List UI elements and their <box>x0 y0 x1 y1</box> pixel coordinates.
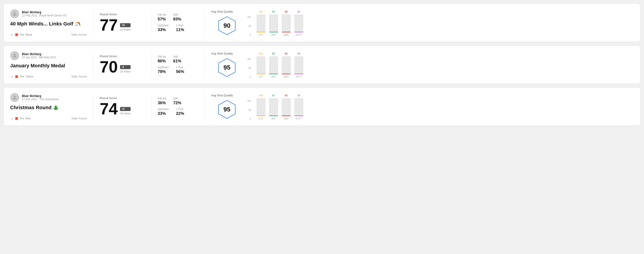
hexagon: 90 <box>217 15 237 36</box>
stat-one-putt: 1 Putt 22% <box>176 108 184 116</box>
quality-label: Avg Shot Quality <box>211 52 233 55</box>
score-number: 70 <box>100 59 118 75</box>
gir-label: GIR <box>173 97 181 100</box>
hexagon-container: 95 <box>217 99 237 120</box>
score-number: 74 <box>100 101 118 117</box>
section-stats: FW Hit 36% GIR 72% Up/Down 33% 1 Putt 22… <box>158 93 198 120</box>
section-score: Round Score 74 +2 18 Holes <box>100 93 145 120</box>
chart-col-app: 86 APP <box>269 52 278 78</box>
chart-col-app: 87 APP <box>269 94 278 120</box>
score-badge-col: -2 18 Holes <box>120 65 130 75</box>
score-row: 77 +5 18 Holes <box>100 17 145 33</box>
round-score-label: Round Score <box>100 96 145 100</box>
user-name: Blair McHarg <box>22 10 67 14</box>
stat-updown: Up/Down 78% <box>158 66 169 74</box>
data-source: Data: Arccos <box>72 33 87 36</box>
holes-label: 18 Holes <box>120 112 130 115</box>
stats-row-top: FW Hit 86% GIR 61% <box>158 55 198 64</box>
section-score: Round Score 70 -2 18 Holes <box>100 51 145 78</box>
updown-value: 33% <box>158 27 169 32</box>
fw-hit-label: FW Hit <box>158 97 166 100</box>
quality-score: 95 <box>223 106 230 113</box>
divider-1 <box>93 51 94 78</box>
round-score-label: Round Score <box>100 54 145 58</box>
score-badge-col: +5 18 Holes <box>120 23 130 33</box>
stat-one-putt: 1 Putt 11% <box>176 24 184 32</box>
section-left: Blair McHarg 27 Dec 2021 · The Oxfordshi… <box>10 93 87 120</box>
holes-label: 18 Holes <box>120 70 130 73</box>
fw-hit-value: 86% <box>158 59 166 64</box>
stat-gir: GIR 83% <box>173 13 181 22</box>
chart-col-ott: 110 OTT <box>256 94 266 120</box>
user-info: Blair McHarg 29 Jan 2022 · Mill Ride GCC <box>10 51 87 60</box>
section-left: Blair McHarg 12 Feb 2022 · Royal North D… <box>10 9 87 36</box>
round-card-1: Blair McHarg 12 Feb 2022 · Royal North D… <box>4 3 640 42</box>
fw-hit-value: 57% <box>158 17 166 22</box>
section-left: Blair McHarg 29 Jan 2022 · Mill Ride GCC… <box>10 51 87 78</box>
stat-gir: GIR 72% <box>173 97 181 105</box>
section-stats: FW Hit 86% GIR 61% Up/Down 78% 1 Putt 56… <box>158 51 198 78</box>
chart-y-axis: 100 50 0 <box>247 16 251 36</box>
divider-3 <box>204 51 205 78</box>
user-date-course: 12 Feb 2022 · Royal North Devon GC <box>22 14 67 17</box>
hexagon: 95 <box>217 57 237 78</box>
stat-updown: Up/Down 33% <box>158 24 169 32</box>
weather-icon: ☁️ <box>10 33 14 36</box>
user-info: Blair McHarg 12 Feb 2022 · Royal North D… <box>10 9 87 18</box>
tee-left: ☁️ 🎒 Tee: Yellow <box>10 75 33 78</box>
stats-row-top: FW Hit 36% GIR 72% <box>158 97 198 105</box>
section-chart: 100 50 0 107 OTT 95 APP 98 ARG <box>243 9 634 36</box>
updown-label: Up/Down <box>158 108 169 111</box>
stats-row-bottom: Up/Down 78% 1 Putt 56% <box>158 66 198 74</box>
user-details: Blair McHarg 27 Dec 2021 · The Oxfordshi… <box>22 94 59 101</box>
data-source: Data: Arccos <box>72 117 87 120</box>
chart-col-arg: 95 ARG <box>282 94 291 120</box>
divider-1 <box>93 93 94 120</box>
weather-icon: ☁️ <box>10 117 14 120</box>
section-stats: FW Hit 57% GIR 83% Up/Down 33% 1 Putt 11… <box>158 9 198 36</box>
user-info: Blair McHarg 27 Dec 2021 · The Oxfordshi… <box>10 93 87 102</box>
chart-area: 100 50 0 101 OTT 86 APP 96 ARG <box>247 51 634 78</box>
one-putt-label: 1 Putt <box>176 24 184 27</box>
hexagon-container: 90 <box>217 15 237 36</box>
round-title: 40 Mph Winds... Links Golf 🪃 <box>10 21 87 27</box>
gir-value: 61% <box>173 59 181 64</box>
score-number: 77 <box>100 17 118 33</box>
section-quality: Avg Shot Quality 90 <box>211 9 243 36</box>
score-badge: -2 <box>120 65 130 69</box>
hexagon-container: 95 <box>217 57 237 78</box>
avatar <box>10 9 19 18</box>
chart-col-arg: 96 ARG <box>282 52 291 78</box>
user-details: Blair McHarg 29 Jan 2022 · Mill Ride GCC <box>22 52 56 59</box>
user-date-course: 27 Dec 2021 · The Oxfordshire <box>22 98 59 101</box>
gir-label: GIR <box>173 55 181 58</box>
chart-area: 100 50 0 107 OTT 95 APP 98 ARG <box>247 9 634 36</box>
chart-col-arg: 98 ARG <box>282 10 291 36</box>
weather-icon: ☁️ <box>10 75 14 78</box>
chart-columns: 107 OTT 95 APP 98 ARG 82 <box>256 14 304 36</box>
holes-label: 18 Holes <box>120 28 130 31</box>
bag-icon: 🎒 <box>15 75 18 78</box>
svg-point-4 <box>14 96 16 98</box>
score-row: 74 +2 18 Holes <box>100 101 145 117</box>
tee-info: ☁️ 🎒 Tee: Blue Data: Arccos <box>10 117 87 120</box>
user-name: Blair McHarg <box>22 52 56 56</box>
divider-1 <box>93 9 94 36</box>
quality-score: 90 <box>223 22 230 29</box>
round-card-2: Blair McHarg 29 Jan 2022 · Mill Ride GCC… <box>4 45 640 84</box>
stats-row-bottom: Up/Down 33% 1 Putt 11% <box>158 24 198 32</box>
chart-area: 100 50 0 110 OTT 87 APP 95 ARG <box>247 93 634 120</box>
round-score-label: Round Score <box>100 13 145 16</box>
updown-label: Up/Down <box>158 66 169 69</box>
tee-label: Tee: Black <box>20 33 32 36</box>
tee-info: ☁️ 🎒 Tee: Yellow Data: Arccos <box>10 75 87 78</box>
updown-value: 33% <box>158 111 169 116</box>
tee-left: ☁️ 🎒 Tee: Black <box>10 33 32 36</box>
stats-row-bottom: Up/Down 33% 1 Putt 22% <box>158 108 198 116</box>
updown-value: 78% <box>158 69 169 74</box>
divider-3 <box>204 93 205 120</box>
section-chart: 100 50 0 110 OTT 87 APP 95 ARG <box>243 93 634 120</box>
user-date-course: 29 Jan 2022 · Mill Ride GCC <box>22 56 56 59</box>
one-putt-value: 56% <box>176 69 184 74</box>
data-source: Data: Arccos <box>72 75 87 78</box>
